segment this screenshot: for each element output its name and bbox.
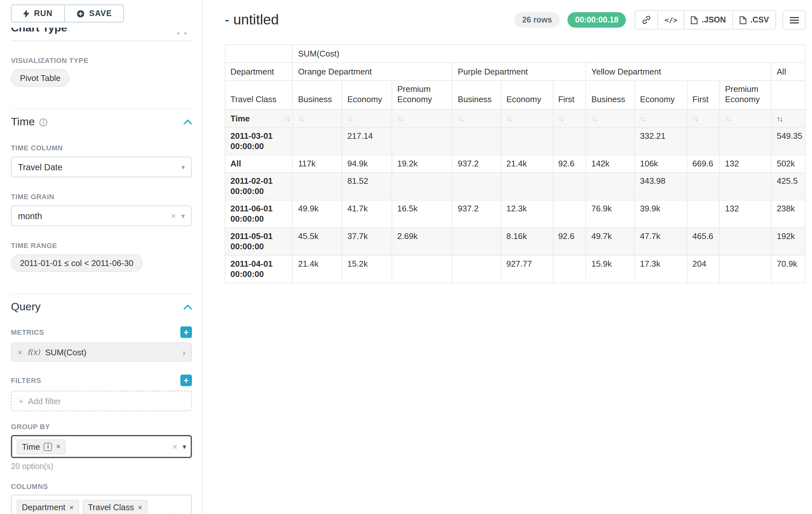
pivot-cell: 17.3k [635, 255, 687, 283]
remove-tag-icon[interactable]: × [69, 504, 74, 511]
pivot-cell [553, 172, 586, 200]
pivot-col-header: Premium Economy [392, 81, 453, 110]
remove-metric-icon[interactable]: × [17, 348, 22, 356]
add-filter-button[interactable]: + [180, 375, 192, 386]
more-options-button[interactable] [782, 10, 806, 30]
pivot-cell [293, 172, 342, 200]
remove-tag-icon[interactable]: × [138, 504, 142, 511]
pivot-corner-cell [225, 45, 293, 63]
columns-tag: Department × [17, 500, 79, 514]
section-title-chart-type: Chart Type [11, 28, 192, 35]
pivot-cell: 343.98 [635, 172, 687, 200]
plus-icon: + [19, 396, 23, 406]
remove-tag-icon[interactable]: × [56, 443, 61, 451]
export-csv-button[interactable]: .CSV [732, 10, 776, 30]
pivot-cell [392, 172, 453, 200]
sort-icon[interactable]: ↑↓ [725, 115, 730, 123]
pivot-sorter-cell: ↑↓ [720, 110, 771, 128]
sort-icon[interactable]: ↑↓ [284, 113, 290, 124]
pivot-cell: 21.4k [501, 155, 553, 172]
control-panel: RUN SAVE Chart Type VISUALIZATION TYPE P… [0, 0, 203, 514]
pivot-row-label: 2011-03-01 00:00:00 [225, 128, 293, 155]
pivot-sorter-cell: ↑↓ [771, 110, 805, 128]
pivot-cell: 937.2 [452, 200, 501, 228]
pivot-cell [392, 128, 453, 155]
chevron-down-icon[interactable]: ▾ [183, 443, 186, 450]
copy-link-button[interactable] [635, 10, 658, 30]
export-json-button[interactable]: .JSON [684, 10, 733, 30]
group-by-label: GROUP BY [11, 423, 192, 431]
chevron-up-icon[interactable] [183, 304, 192, 310]
time-section-header: Time [11, 109, 192, 129]
embed-code-button[interactable]: </> [658, 10, 685, 30]
sort-icon[interactable]: ↑↓ [347, 115, 353, 123]
pivot-cell [720, 255, 771, 283]
chevron-down-icon[interactable]: ▾ [181, 212, 185, 219]
time-grain-value: month [18, 211, 171, 221]
sort-icon[interactable]: ↑↓ [397, 115, 403, 123]
time-range-pill[interactable]: 2011-01-01 ≤ col < 2011-06-30 [11, 254, 143, 272]
query-timer-badge: 00:00:00.18 [568, 12, 626, 28]
sort-icon[interactable]: ↑↓ [591, 115, 597, 123]
add-metric-button[interactable]: + [180, 326, 192, 338]
pivot-col-header: Economy [501, 81, 553, 110]
time-grain-select[interactable]: month × ▾ [11, 206, 192, 226]
save-button[interactable]: SAVE [64, 4, 124, 23]
time-section-title: Time [11, 116, 35, 129]
pivot-cell: 669.6 [687, 155, 720, 172]
pivot-cell [293, 128, 342, 155]
clear-icon[interactable]: × [171, 211, 176, 220]
pivot-cell [452, 128, 501, 155]
run-button[interactable]: RUN [11, 4, 65, 23]
pivot-row: 2011-05-01 00:00:0045.5k37.7k2.69k8.16k9… [225, 228, 805, 255]
sort-icon[interactable]: ↑↓ [777, 115, 782, 123]
pivot-header-row: Travel ClassBusinessEconomyPremium Econo… [225, 81, 805, 110]
clear-icon[interactable]: × [172, 442, 177, 451]
file-icon [740, 16, 747, 24]
chart-title[interactable]: - untitled [225, 11, 279, 28]
sort-icon[interactable]: ↑↓ [298, 115, 303, 123]
pivot-cell: 106k [635, 155, 687, 172]
pivot-sorter-cell: ↑↓ [501, 110, 553, 128]
column-dimension2-label: Travel Class [225, 81, 293, 110]
sort-icon[interactable]: ↑↓ [692, 115, 698, 123]
pivot-cell: 117k [293, 155, 342, 172]
group-by-select[interactable]: Time i × × ▾ [11, 435, 192, 458]
pivot-col-header: Economy [635, 81, 687, 110]
pivot-col-header: First [687, 81, 720, 110]
add-filter-dropzone[interactable]: + Add filter [11, 390, 192, 411]
clipped-chart-type-heading: Chart Type [11, 28, 192, 37]
columns-select[interactable]: Department × Travel Class × × ▾ [11, 495, 192, 514]
sort-icon[interactable]: ↑↓ [458, 115, 463, 123]
info-icon[interactable]: i [44, 442, 52, 451]
chevron-right-icon[interactable]: › [182, 347, 185, 357]
time-column-select[interactable]: Travel Date ▾ [11, 157, 192, 177]
pivot-cell: 92.6 [553, 228, 586, 255]
chevron-up-icon[interactable] [183, 119, 192, 125]
pivot-group-header: Purple Department [452, 63, 586, 81]
chevron-down-icon[interactable]: ▾ [182, 512, 185, 514]
pivot-sorter-cell: ↑↓ [293, 110, 342, 128]
sort-icon[interactable]: ↑↓ [640, 115, 645, 123]
sort-icon[interactable]: ↑↓ [558, 115, 563, 123]
pivot-row-label: 2011-06-01 00:00:00 [225, 200, 293, 228]
pivot-row-label: All [225, 155, 293, 172]
metric-item[interactable]: × f(x) SUM(Cost) › [11, 343, 192, 362]
menu-icon [789, 17, 799, 23]
chart-panel: - untitled 26 rows 00:00:00.18 </> [203, 0, 812, 514]
clear-icon[interactable]: × [172, 511, 177, 514]
link-icon [642, 16, 651, 24]
sort-icon[interactable]: ↑↓ [506, 115, 512, 123]
time-column-label: TIME COLUMN [11, 144, 192, 152]
info-icon[interactable] [39, 118, 48, 126]
file-icon [691, 16, 698, 24]
pivot-header-row: DepartmentOrange DepartmentPurple Depart… [225, 63, 805, 81]
pivot-row-label: 2011-02-01 00:00:00 [225, 172, 293, 200]
pivot-cell: 39.9k [635, 200, 687, 228]
chevron-down-icon[interactable]: ▾ [181, 164, 185, 170]
pivot-row-label: 2011-04-01 00:00:00 [225, 255, 293, 283]
pivot-sorter-cell: ↑↓ [553, 110, 586, 128]
viz-type-pill[interactable]: Pivot Table [11, 70, 70, 87]
pivot-cell: 45.5k [293, 228, 342, 255]
pivot-cell [501, 128, 553, 155]
